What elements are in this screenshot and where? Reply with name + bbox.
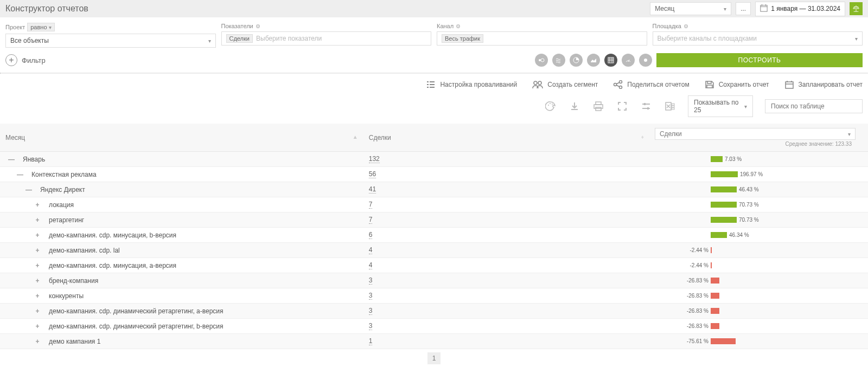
schedule-report-button[interactable]: Запланировать отчет xyxy=(784,80,863,89)
bar-negative xyxy=(711,247,712,253)
chevron-down-icon: ▾ xyxy=(744,104,747,110)
collapse-icon[interactable]: — xyxy=(8,156,15,163)
site-label-text: Площадка xyxy=(653,23,681,29)
site-select[interactable]: Выберите каналы с площадками ▾ xyxy=(653,31,863,46)
excel-export-icon[interactable] xyxy=(664,101,676,112)
bar-positive xyxy=(711,186,737,192)
bar-positive xyxy=(711,171,738,177)
chart-type-speed-icon[interactable] xyxy=(622,54,635,67)
more-button[interactable]: ... xyxy=(736,2,751,15)
table-row: +конкуренты3-26.83 % xyxy=(0,288,868,304)
bar-cell: -26.83 % xyxy=(655,323,863,329)
page-1-button[interactable]: 1 xyxy=(427,352,441,364)
chart-type-pie-icon[interactable] xyxy=(570,54,583,67)
table-search-input[interactable] xyxy=(765,99,863,113)
top-right-controls: Месяц ▾ ... 1 января — 31.03.2024 xyxy=(650,2,863,16)
deal-value[interactable]: 132 xyxy=(369,155,380,163)
bar-negative xyxy=(711,338,736,344)
expand-icon[interactable]: + xyxy=(34,216,41,224)
bar-cell: -26.83 % xyxy=(655,293,863,299)
expand-icon[interactable]: + xyxy=(34,323,41,330)
metrics-tag[interactable]: Сделки xyxy=(226,34,253,43)
scales-icon xyxy=(852,5,860,12)
deal-value[interactable]: 41 xyxy=(369,185,376,194)
save-report-button[interactable]: Сохранить отчет xyxy=(705,80,769,89)
expand-icon[interactable] xyxy=(616,101,628,112)
grouping-select[interactable]: Месяц ▾ xyxy=(650,2,731,15)
create-segment-button[interactable]: Создать сегмент xyxy=(532,80,598,89)
build-button[interactable]: ПОСТРОИТЬ xyxy=(656,53,863,67)
bar-cell: -26.83 % xyxy=(655,308,863,314)
chart-type-wave-icon[interactable] xyxy=(552,54,565,67)
page-size-select[interactable]: Показывать по 25 ▾ xyxy=(688,95,753,117)
svg-rect-7 xyxy=(608,57,614,63)
drill-settings-button[interactable]: Настройка проваливаний xyxy=(426,80,517,89)
channel-tag[interactable]: Весь трафик xyxy=(442,34,483,43)
report-actions: Настройка проваливаний Создать сегмент П… xyxy=(0,74,868,93)
bar-cell: 46.43 % xyxy=(655,186,863,192)
svg-rect-42 xyxy=(672,104,674,105)
save-label: Сохранить отчет xyxy=(719,81,769,88)
expand-icon[interactable]: + xyxy=(34,338,41,345)
compare-button[interactable] xyxy=(850,2,863,15)
expand-icon[interactable]: + xyxy=(34,247,41,254)
print-icon[interactable] xyxy=(592,101,604,112)
metrics-placeholder: Выберите показатели xyxy=(256,35,322,42)
bar-cell: -2.44 % xyxy=(655,262,863,268)
collapse-icon[interactable]: — xyxy=(16,171,24,178)
project-select[interactable]: Все объекты ▾ xyxy=(5,34,216,48)
share-report-button[interactable]: Поделиться отчетом xyxy=(613,80,689,89)
gear-icon[interactable]: ⚙ xyxy=(684,23,688,29)
date-range-picker[interactable]: 1 января — 31.03.2024 xyxy=(755,2,845,16)
deal-value[interactable]: 3 xyxy=(369,276,373,285)
site-filter: Площадка ⚙ Выберите каналы с площадками … xyxy=(653,23,863,48)
share-icon xyxy=(613,80,623,89)
pct-label: 46.43 % xyxy=(739,186,777,192)
pct-label: -2.44 % xyxy=(673,247,711,253)
deal-value[interactable]: 4 xyxy=(369,246,373,254)
deal-value[interactable]: 7 xyxy=(369,201,373,209)
add-filter-button[interactable]: + Фильтр xyxy=(5,54,46,66)
expand-icon[interactable]: + xyxy=(34,307,41,315)
expand-icon[interactable]: + xyxy=(34,231,41,239)
bar-cell: 70.73 % xyxy=(655,217,863,223)
chart-type-area-icon[interactable] xyxy=(587,54,600,67)
site-placeholder: Выберите каналы с площадками xyxy=(658,35,757,42)
calendar-icon xyxy=(784,80,794,89)
channel-label-text: Канал xyxy=(437,23,454,29)
chart-type-table-icon[interactable] xyxy=(604,54,617,67)
palette-icon[interactable] xyxy=(545,101,557,112)
svg-point-13 xyxy=(644,59,647,62)
settings-sliders-icon[interactable] xyxy=(640,101,652,112)
col-deals-header[interactable]: Сделки ♦ xyxy=(363,124,649,152)
gear-icon[interactable]: ⚙ xyxy=(256,23,260,29)
gear-icon[interactable]: ⚙ xyxy=(456,23,461,29)
project-op-tag[interactable]: равно ▾ xyxy=(27,23,54,31)
deal-value[interactable]: 6 xyxy=(369,231,373,239)
channel-select[interactable]: Весь трафик xyxy=(437,31,647,46)
table-row: +демо-кампания. cdp. минусация, a-версия… xyxy=(0,258,868,273)
deal-value[interactable]: 4 xyxy=(369,261,373,269)
row-name: демо-кампания. cdp. lal xyxy=(49,247,120,254)
metric-select[interactable]: Сделки ▾ xyxy=(655,128,856,140)
chart-type-dot-icon[interactable] xyxy=(639,54,652,67)
expand-icon[interactable]: + xyxy=(34,262,41,269)
expand-icon[interactable]: + xyxy=(34,277,41,285)
deal-value[interactable]: 56 xyxy=(369,170,376,178)
table-row: —Яндекс Директ4146.43 % xyxy=(0,182,868,197)
chart-type-1-icon[interactable] xyxy=(535,54,548,67)
col-month-header[interactable]: Месяц ▲ xyxy=(0,124,363,152)
collapse-icon[interactable]: — xyxy=(25,186,33,194)
metrics-select[interactable]: Сделки Выберите показатели xyxy=(221,31,432,46)
download-icon[interactable] xyxy=(569,101,580,112)
deal-value[interactable]: 1 xyxy=(369,337,373,345)
search-field[interactable] xyxy=(771,102,857,110)
deal-value[interactable]: 7 xyxy=(369,216,373,224)
expand-icon[interactable]: + xyxy=(34,292,41,300)
expand-icon[interactable]: + xyxy=(34,201,41,209)
deal-value[interactable]: 3 xyxy=(369,292,373,300)
date-range-value: 1 января — 31.03.2024 xyxy=(771,5,840,12)
row-name: демо кампания 1 xyxy=(49,338,100,345)
deal-value[interactable]: 3 xyxy=(369,322,373,330)
deal-value[interactable]: 3 xyxy=(369,307,373,315)
